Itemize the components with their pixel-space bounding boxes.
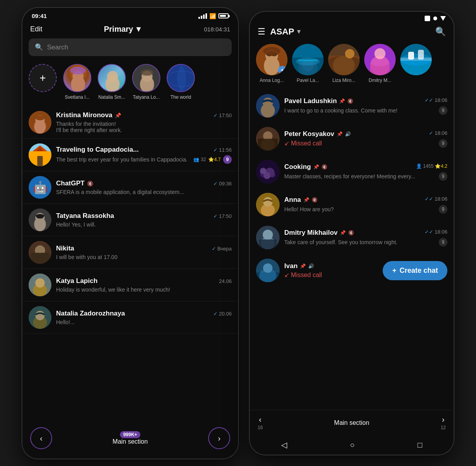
chat-content-chatgpt: ChatGPT 🔇 ✓ 09:36 SFERA is a mobile appl…	[56, 180, 232, 195]
story2-anna[interactable]: + Anna Log...	[256, 44, 287, 83]
chat-item-chatgpt[interactable]: 🤖 ChatGPT 🔇 ✓ 09:36 SFERA is a mobile ap…	[22, 171, 238, 204]
story-name-natalia: Natalia Sm...	[98, 94, 125, 100]
chat2-preview-anna: Hello! How are you?	[284, 206, 334, 212]
create-chat-plus: +	[392, 267, 396, 275]
chat2-time-anna: ✓✓ 18:06	[425, 196, 447, 202]
bottom-nav-1: ‹ 999K+ Main section ›	[22, 422, 238, 459]
story-natalia[interactable]: Natalia Sm...	[98, 64, 126, 100]
chat2-time-cooking: 👤 1455 ⭐4.2	[416, 163, 447, 169]
chat-item-pavel-l[interactable]: Pavel Ladushkin 📌 🔇 ✓✓ 18:06 I want to g…	[250, 89, 454, 122]
chat-item-tatyana-r[interactable]: Tatyana Rassokha ✓ 17:50 Hello! Yes, I w…	[22, 204, 238, 236]
chat-preview-chatgpt: SFERA is a mobile application, a digital…	[56, 189, 232, 195]
chat-avatar-cooking	[256, 160, 280, 183]
story-avatar-tatyana[interactable]	[132, 64, 160, 92]
edit-button[interactable]: Edit	[30, 25, 42, 33]
prev-nav-button-2[interactable]: ‹ 16	[258, 415, 263, 430]
next-nav-button-2[interactable]: › 12	[441, 415, 446, 430]
chat-item-katya[interactable]: Katya Lapich 24.06 Holiday is wonderful,…	[22, 269, 238, 301]
badge-cooking: 9	[439, 172, 447, 181]
svg-rect-45	[298, 60, 318, 61]
chat-item-ivan[interactable]: Ivan 📌 🔊 ↙ Missed call + Create chat	[250, 254, 454, 287]
story2-avatar-dmitry[interactable]	[364, 44, 396, 75]
story2-pavel[interactable]: Pavel La...	[292, 44, 323, 83]
chat-avatar-ivan	[256, 259, 280, 282]
story2-avatar-liza[interactable]	[328, 44, 360, 75]
chat-avatar-nikita	[29, 241, 51, 264]
home-button[interactable]: ○	[350, 441, 354, 450]
recents-button[interactable]: □	[418, 441, 422, 450]
story2-avatar-pavel[interactable]	[292, 44, 323, 75]
story-avatar-natalia[interactable]	[98, 64, 126, 92]
chat-item-kristina[interactable]: Kristina Mironova 📌 ✓ 17:50 Thanks for t…	[22, 106, 238, 139]
pin-icon-anna: 📌	[303, 197, 309, 203]
status-bar-1: 09:41 📶	[22, 8, 238, 22]
svg-point-3	[70, 67, 86, 74]
add-story-button[interactable]: +	[29, 64, 57, 92]
chat-item-natalia-z[interactable]: Natalia Zadorozhnaya ✓ 20.06 Hello!...	[22, 301, 238, 334]
story-svetlana[interactable]: Svetlana I...	[63, 64, 91, 100]
back-button[interactable]: ◁	[281, 440, 287, 450]
story2-liza[interactable]: Liza Miro...	[328, 44, 360, 83]
chat2-time-dmitry: ✓✓ 18:06	[425, 229, 447, 235]
prev-nav-button[interactable]: ‹	[30, 427, 52, 449]
create-chat-button[interactable]: + Create chat	[383, 261, 447, 280]
stories-row-2: + Anna Log... Pavel La...	[250, 42, 454, 89]
chat-item-cappadocia[interactable]: Traveling to Cappadocia... ✓ 11:56 The b…	[22, 139, 238, 171]
story2-dmitry[interactable]: Dmitry M...	[364, 44, 396, 83]
rating-star: ⭐4.7	[208, 157, 221, 162]
status-icons: 📶	[198, 13, 229, 19]
badge-anna: 9	[439, 205, 447, 214]
pin-icon-pavel: 📌	[339, 98, 345, 104]
chat-name-tatyana-r: Tatyana Rassokha	[56, 212, 114, 220]
chat-content-kristina: Kristina Mironova 📌 ✓ 17:50 Thanks for t…	[56, 111, 232, 133]
prev-icon: ‹	[259, 415, 262, 424]
chat-list-1: Kristina Mironova 📌 ✓ 17:50 Thanks for t…	[22, 106, 238, 334]
chat-item-nikita[interactable]: Nikita ✓ Вчера I will be with you at 17.…	[22, 236, 238, 269]
story2-extra[interactable]	[400, 44, 432, 83]
chat-item-dmitry[interactable]: Dmitry Mikhailov 📌 🔇 ✓✓ 18:06 Take care …	[250, 221, 454, 254]
pin-icon: 📌	[115, 112, 121, 118]
chat-time-natalia-z: ✓ 20.06	[213, 311, 232, 317]
search-button[interactable]: 🔍	[435, 27, 446, 37]
time-right: 018:04:31	[204, 26, 230, 33]
search-bar[interactable]: 🔍 Search	[29, 38, 232, 56]
chat-item-anna[interactable]: Anna 📌 🔇 ✓✓ 18:06 Hello! How are you? 9	[250, 188, 454, 221]
nav-badge: 999K+	[120, 431, 140, 438]
chat-name-kristina: Kristina Mironova 📌	[56, 111, 121, 119]
missed-call-arrow: ↙	[284, 140, 289, 147]
mute-icon-anna: 🔇	[312, 197, 318, 203]
svg-rect-21	[37, 156, 43, 166]
chat-content-tatyana-r: Tatyana Rassokha ✓ 17:50 Hello! Yes, I w…	[56, 212, 232, 228]
sound-icon-peter: 🔊	[345, 131, 351, 137]
svg-point-10	[141, 69, 153, 76]
chat2-time-pavel-l: ✓✓ 18:06	[425, 97, 447, 103]
chat-avatar-kristina	[29, 111, 51, 134]
menu-button[interactable]: ☰	[258, 27, 265, 37]
primary-tab[interactable]: Primary ▼	[104, 25, 142, 34]
nav2-section-label: Main section	[334, 419, 369, 426]
story2-avatar-anna[interactable]: +	[256, 44, 287, 75]
chat-item-peter[interactable]: Peter Kosyakov 📌 🔊 ✓ 18:06 ↙ Missed call…	[250, 122, 454, 155]
nav-section-label: Main section	[113, 438, 148, 445]
next-nav-button[interactable]: ›	[208, 427, 230, 449]
chat-item-cooking[interactable]: Cooking 📌 🔇 👤 1455 ⭐4.2 Master classes, …	[250, 155, 454, 188]
story-avatar-svetlana[interactable]	[63, 64, 91, 92]
missed-call-peter: ↙ Missed call	[284, 140, 322, 147]
chat2-name-pavel-l: Pavel Ladushkin 📌 🔇	[284, 97, 353, 105]
svg-point-52	[374, 48, 385, 59]
search-icon: 🔍	[35, 43, 43, 51]
story2-avatar-extra[interactable]	[400, 44, 432, 75]
chat-list-2: Pavel Ladushkin 📌 🔇 ✓✓ 18:06 I want to g…	[250, 89, 454, 287]
chat2-name-peter: Peter Kosyakov 📌 🔊	[284, 130, 351, 138]
chat-time-nikita: ✓ Вчера	[212, 246, 232, 252]
chat2-name-dmitry: Dmitry Mikhailov 📌 🔇	[284, 229, 354, 237]
story-add[interactable]: +	[29, 64, 57, 100]
story-world[interactable]: The world	[167, 64, 195, 100]
chat-name-natalia-z: Natalia Zadorozhnaya	[56, 310, 125, 317]
story-avatar-world[interactable]	[167, 64, 195, 92]
story-tatyana[interactable]: Tatyana Lo...	[132, 64, 160, 100]
status-square-icon	[425, 16, 430, 21]
nav-section[interactable]: 999K+ Main section	[113, 431, 148, 445]
svg-point-74	[263, 197, 273, 207]
android-nav-bar: ◁ ○ □	[250, 435, 454, 455]
